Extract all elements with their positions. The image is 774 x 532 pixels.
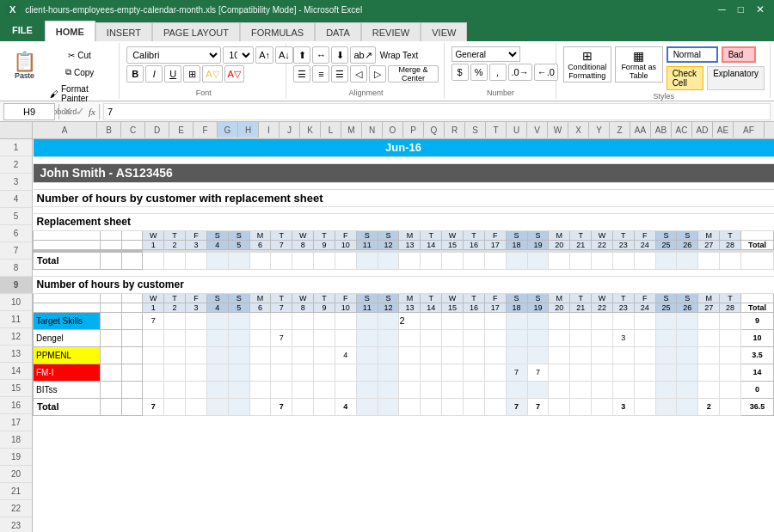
style-explanatory[interactable]: Explanatory: [707, 66, 765, 90]
grid-content[interactable]: Jun-16 John Smith - AS123456 Number of h…: [33, 139, 774, 532]
tab-insert[interactable]: INSERT: [95, 22, 152, 41]
cell-dengel-j[interactable]: 7: [271, 329, 292, 346]
cell-num-21[interactable]: 21: [570, 240, 592, 249]
cell-num-23[interactable]: 23: [612, 240, 634, 249]
cell-num-5[interactable]: 5: [228, 240, 249, 249]
format-as-table-btn[interactable]: ▦ Format as Table: [615, 46, 663, 83]
col-header-v[interactable]: V: [527, 122, 548, 138]
minimize-btn[interactable]: ─: [714, 3, 730, 15]
decimal-decrease-btn[interactable]: ←.0: [534, 64, 558, 81]
paste-button[interactable]: 📋 Paste: [7, 48, 42, 84]
cell-day-s3[interactable]: S: [356, 230, 378, 240]
cell-num-20[interactable]: 20: [549, 240, 570, 249]
cell-8c[interactable]: [121, 230, 143, 240]
cell-day-m2[interactable]: M: [399, 230, 421, 240]
cell-day-s1[interactable]: S: [206, 230, 228, 240]
align-top-btn[interactable]: ⬆: [293, 46, 310, 64]
cell-ppmenl-m[interactable]: 4: [335, 346, 356, 364]
col-header-a[interactable]: A: [33, 122, 97, 138]
col-header-f[interactable]: F: [194, 122, 218, 138]
cell-8b[interactable]: [100, 230, 121, 240]
col-header-y[interactable]: Y: [589, 122, 610, 138]
cancel-formula-icon[interactable]: ✕: [63, 105, 72, 118]
style-bad[interactable]: Bad: [722, 46, 756, 63]
cell-num-14[interactable]: 14: [421, 240, 442, 249]
cell-num-27[interactable]: 27: [698, 240, 720, 249]
col-header-t[interactable]: T: [486, 122, 507, 138]
cell-fmi-label[interactable]: FM-I: [34, 364, 101, 381]
italic-button[interactable]: I: [145, 65, 163, 83]
cell-day-t8[interactable]: T: [720, 230, 741, 240]
cell-day-f4[interactable]: F: [634, 230, 655, 240]
cell-day-f1[interactable]: F: [186, 230, 207, 240]
cell-dengel-z[interactable]: 3: [612, 329, 634, 346]
cell-target-skills-label[interactable]: Target Skills: [34, 312, 101, 329]
col-header-k[interactable]: K: [300, 122, 321, 138]
col-header-aa[interactable]: AA: [630, 122, 651, 138]
tab-formulas[interactable]: FORMULAS: [240, 22, 315, 41]
cell-num-22[interactable]: 22: [592, 240, 613, 249]
cell-8a[interactable]: [34, 230, 101, 240]
cell-9b[interactable]: [100, 240, 121, 249]
cell-ts-d[interactable]: 7: [143, 312, 164, 329]
wrap-text-btn[interactable]: Wrap Text: [378, 46, 421, 64]
cell-day-t4[interactable]: T: [421, 230, 442, 240]
fill-color-button[interactable]: A▽: [202, 65, 222, 83]
col-header-h[interactable]: H: [238, 122, 259, 138]
tab-page-layout[interactable]: PAGE LAYOUT: [152, 22, 240, 41]
cell-num-18[interactable]: 18: [506, 240, 527, 249]
col-header-n[interactable]: N: [362, 122, 383, 138]
col-header-b[interactable]: B: [97, 122, 121, 138]
name-box[interactable]: [3, 103, 55, 120]
underline-button[interactable]: U: [164, 65, 181, 83]
copy-button[interactable]: ⧉ Copy: [46, 64, 114, 80]
cell-num-4[interactable]: 4: [206, 240, 228, 249]
cell-ppmenl-label[interactable]: PPMENL: [34, 346, 101, 364]
cell-9c[interactable]: [121, 240, 143, 249]
indent-increase-btn[interactable]: ▷: [369, 65, 386, 83]
tab-data[interactable]: DATA: [315, 22, 361, 41]
cell-day-t3[interactable]: T: [314, 230, 335, 240]
col-header-c[interactable]: C: [121, 122, 145, 138]
cell-day-f2[interactable]: F: [335, 230, 356, 240]
cell-dengel-label[interactable]: Dengel: [34, 329, 101, 346]
cell-fmi-u[interactable]: 7: [506, 364, 527, 381]
cell-day-t2[interactable]: T: [271, 230, 292, 240]
comma-btn[interactable]: ,: [489, 64, 507, 81]
cell-num-2[interactable]: 2: [164, 240, 186, 249]
conditional-formatting-btn[interactable]: ⊞ Conditional Formatting: [563, 46, 611, 83]
tab-review[interactable]: REVIEW: [361, 22, 421, 41]
orientation-btn[interactable]: ab↗: [350, 46, 375, 64]
cell-num-17[interactable]: 17: [484, 240, 506, 249]
cell-num-19[interactable]: 19: [527, 240, 549, 249]
maximize-btn[interactable]: □: [734, 3, 748, 15]
close-btn[interactable]: ✕: [752, 3, 769, 15]
cell-day-s4[interactable]: S: [378, 230, 399, 240]
window-controls[interactable]: ─ □ ✕: [714, 3, 769, 15]
cell-num-13[interactable]: 13: [399, 240, 421, 249]
cell-num-24[interactable]: 24: [634, 240, 655, 249]
cut-button[interactable]: ✂ Cut: [46, 48, 114, 63]
cell-num-7[interactable]: 7: [271, 240, 292, 249]
cell-day-s8[interactable]: S: [677, 230, 698, 240]
col-header-ae[interactable]: AE: [713, 122, 734, 138]
col-header-m[interactable]: M: [341, 122, 362, 138]
cell-num-25[interactable]: 25: [655, 240, 677, 249]
cell-8af[interactable]: [740, 230, 773, 240]
cell-day-t7[interactable]: T: [612, 230, 634, 240]
col-header-i[interactable]: I: [259, 122, 280, 138]
col-header-z[interactable]: Z: [610, 122, 630, 138]
align-left-btn[interactable]: ☰: [293, 65, 310, 83]
currency-btn[interactable]: $: [452, 64, 469, 81]
align-center-btn[interactable]: ≡: [312, 65, 329, 83]
cell-9a[interactable]: [34, 240, 101, 249]
cell-num-9[interactable]: 9: [314, 240, 335, 249]
percent-btn[interactable]: %: [470, 64, 488, 81]
col-header-j[interactable]: J: [280, 122, 300, 138]
cell-day-s2[interactable]: S: [228, 230, 249, 240]
cell-day-w3[interactable]: W: [442, 230, 464, 240]
font-color-button[interactable]: A▽: [224, 65, 244, 83]
cell-bitss-label[interactable]: BITss: [34, 381, 101, 398]
indent-decrease-btn[interactable]: ◁: [350, 65, 367, 83]
align-right-btn[interactable]: ☰: [331, 65, 348, 83]
